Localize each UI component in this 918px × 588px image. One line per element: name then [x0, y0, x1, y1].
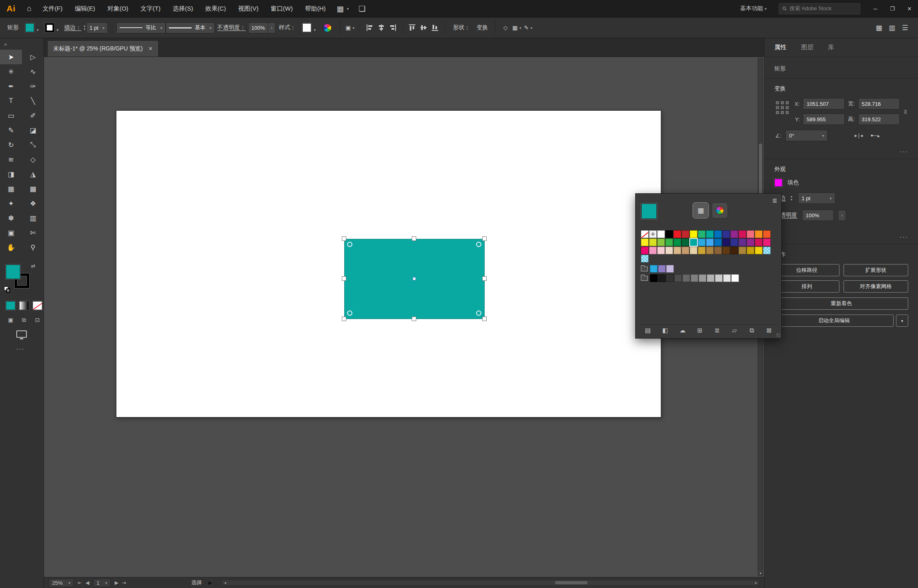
panel-menu-icon[interactable]: ☰	[899, 22, 911, 34]
swatch[interactable]	[714, 230, 722, 238]
swatch-options-icon[interactable]: ≣	[712, 327, 722, 334]
swatch[interactable]	[657, 230, 665, 238]
fill-color-control[interactable]: ▾	[25, 23, 39, 32]
constrain-proportions-icon[interactable]: ∞	[904, 98, 908, 125]
swatch[interactable]	[650, 265, 658, 273]
swatch[interactable]	[755, 230, 763, 238]
recolor-artwork-icon[interactable]	[323, 24, 332, 32]
brush-definition-dropdown[interactable]: 基本 ▾	[166, 22, 215, 33]
swatch[interactable]	[763, 238, 771, 246]
pen-tool[interactable]: ✒	[0, 79, 22, 94]
scroll-right-icon[interactable]: ▸	[753, 580, 759, 585]
show-swatch-kinds-icon[interactable]: ◧	[660, 327, 670, 334]
delete-swatch-icon[interactable]: ⊠	[764, 327, 774, 334]
menu-item[interactable]: 视图(V)	[232, 0, 264, 17]
transform-label[interactable]: 变换	[476, 24, 488, 31]
flip-vertical-icon[interactable]: ▾—▴	[870, 133, 879, 138]
selection-handle-bottom-right[interactable]	[482, 317, 487, 321]
type-tool[interactable]: T	[0, 94, 22, 108]
swatches-view-button[interactable]: ▦	[693, 202, 709, 219]
swap-fill-stroke-icon[interactable]: ⇄	[31, 263, 35, 269]
direct-selection-tool[interactable]: ▷	[22, 50, 44, 64]
home-icon[interactable]: ⌂	[22, 4, 36, 13]
swatch[interactable]	[731, 274, 739, 282]
paintbrush-tool[interactable]: ✐	[22, 108, 44, 123]
stroke-color-control[interactable]: ▾	[45, 23, 59, 32]
color-group-folder-icon[interactable]	[641, 267, 648, 271]
swatch[interactable]	[666, 274, 674, 282]
selection-handle-top-center[interactable]	[412, 236, 416, 241]
next-artboard-icon[interactable]: ▶	[115, 580, 118, 586]
illustrator-logo[interactable]: Ai	[0, 4, 22, 13]
swatch[interactable]	[690, 238, 697, 246]
menu-item[interactable]: 窗口(W)	[264, 0, 299, 17]
swatch[interactable]	[665, 247, 673, 254]
swatch[interactable]	[722, 230, 730, 238]
swatch[interactable]	[658, 274, 666, 282]
opacity-panel-arrow[interactable]: ›	[268, 22, 275, 33]
swatch[interactable]	[706, 238, 714, 246]
column-graph-tool[interactable]: ▥	[22, 211, 44, 225]
cloud-sync-icon[interactable]: ☁	[678, 327, 687, 334]
swatch[interactable]	[649, 238, 657, 246]
align-horizontal-center-icon[interactable]	[376, 22, 387, 34]
horizontal-scrollbar[interactable]: ◂ ▸	[222, 580, 759, 586]
selection-handle-top-right[interactable]	[482, 236, 487, 241]
swatch-pattern[interactable]	[641, 255, 649, 262]
zoom-dropdown[interactable]: 25% ▾	[49, 579, 74, 587]
more-transform-options[interactable]: ···	[765, 145, 918, 159]
curvature-tool[interactable]: ✑	[22, 79, 44, 94]
swatch[interactable]	[730, 247, 738, 254]
collapse-toolbar-icon[interactable]: «	[0, 38, 44, 50]
swatch[interactable]	[698, 230, 706, 238]
align-left-icon[interactable]	[364, 22, 376, 34]
stroke-color-swatch[interactable]	[45, 23, 54, 32]
swatch[interactable]	[665, 238, 673, 246]
change-screen-mode-icon[interactable]	[16, 330, 27, 338]
x-field[interactable]: 1051.507	[803, 98, 845, 109]
scroll-down-icon[interactable]: ▾	[758, 570, 763, 576]
menu-item[interactable]: 效果(C)	[199, 0, 232, 17]
object-center-point[interactable]	[413, 277, 416, 280]
opacity-field[interactable]: 100%	[248, 22, 268, 33]
swatch[interactable]	[682, 230, 689, 238]
swatch[interactable]	[730, 238, 738, 246]
swatch[interactable]	[706, 247, 714, 254]
swatch[interactable]	[739, 238, 746, 246]
swatch[interactable]	[755, 238, 763, 246]
swatch[interactable]	[747, 230, 754, 238]
swatch[interactable]	[674, 274, 682, 282]
default-fill-stroke-icon[interactable]	[4, 286, 11, 293]
previous-artboard-icon[interactable]: ◀	[85, 580, 89, 586]
panel-columns-icon[interactable]: ▥	[886, 22, 898, 34]
opacity-panel-arrow[interactable]: ›	[839, 210, 846, 221]
new-swatch-icon[interactable]: ⧉	[747, 327, 756, 334]
none-fill-button[interactable]	[33, 301, 42, 310]
start-global-edit-button[interactable]: 启动全局编辑	[774, 315, 894, 327]
zoom-tool[interactable]: ⚲	[22, 240, 44, 255]
menu-item[interactable]: 文件(F)	[36, 0, 68, 17]
appearance-fill-swatch[interactable]	[774, 179, 782, 187]
stroke-stepper[interactable]: ▴ ▾	[791, 195, 792, 201]
gradient-fill-button[interactable]	[19, 301, 29, 310]
swatch[interactable]	[673, 230, 681, 238]
reference-point-widget[interactable]	[774, 100, 791, 116]
global-edit-options-icon[interactable]: ▾	[896, 315, 908, 327]
blend-tool[interactable]: ❖	[22, 196, 44, 211]
workspace-switcher[interactable]: 基本功能 ▾	[734, 5, 772, 12]
align-top-icon[interactable]	[407, 22, 418, 34]
rotation-dropdown[interactable]: 0° ▾	[785, 130, 828, 141]
align-pixel-grid-button[interactable]: 对齐像素网格	[844, 280, 909, 293]
opacity-field[interactable]: 100%	[802, 210, 834, 221]
mesh-tool[interactable]: ▦	[0, 181, 22, 196]
swatch[interactable]	[714, 238, 722, 246]
draw-normal-icon[interactable]: ▣	[6, 316, 15, 324]
color-mixer-view-button[interactable]	[712, 202, 728, 219]
draw-behind-icon[interactable]: ⧉	[19, 316, 29, 324]
swatch[interactable]	[673, 247, 681, 254]
swatch[interactable]	[722, 238, 730, 246]
width-field[interactable]: 528.716	[858, 98, 900, 109]
flip-horizontal-icon[interactable]: ▸❘◂	[855, 133, 862, 138]
popup-resize-grip[interactable]	[776, 333, 780, 337]
offset-path-button[interactable]: 位移路径	[774, 264, 839, 276]
